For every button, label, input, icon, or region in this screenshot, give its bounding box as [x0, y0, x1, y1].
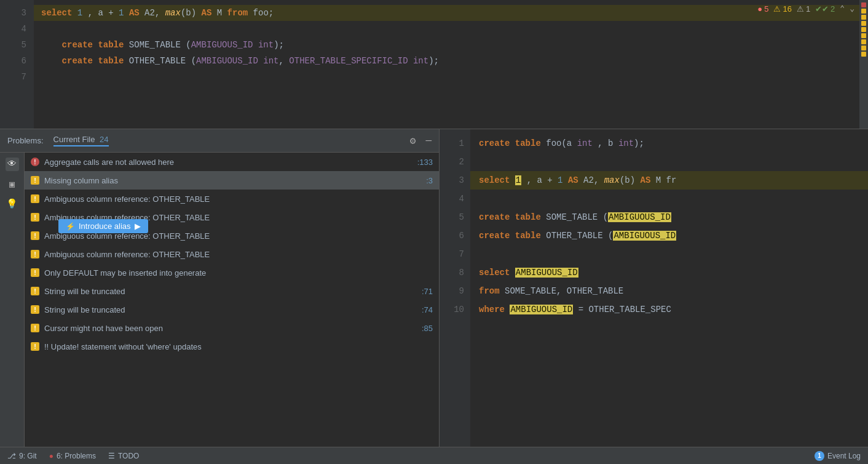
chevron-up-button[interactable]: ⌃ [840, 4, 845, 14]
problem-item-10[interactable]: ! !! Update! statement without 'where' u… [25, 337, 439, 356]
code-line-5: create table SOME_TABLE (AMBIGUOUS_ID in… [41, 37, 852, 53]
warn-indicator-5 [861, 33, 866, 38]
current-file-tab[interactable]: Current File 24 [53, 135, 109, 146]
code-line-4 [41, 21, 852, 37]
problems-status-icon: ● [49, 452, 53, 460]
warn-icon: ⚠ [773, 4, 781, 14]
warn-icon-2: ! [31, 194, 39, 203]
problem-text-8: String will be truncated [44, 305, 417, 314]
warn-count: 16 [783, 4, 791, 14]
top-badges: ● 5 ⚠ 16 ⚠ 1 ✔✔ 2 ⌃ ⌄ [757, 4, 854, 14]
problem-item-0[interactable]: ! Aggregate calls are not allowed here :… [25, 153, 439, 171]
problems-list[interactable]: ! Aggregate calls are not allowed here :… [25, 153, 439, 447]
warn-icon-3: ! [31, 213, 39, 222]
panel-icon[interactable]: ▣ [6, 177, 19, 191]
warn-indicator-1 [861, 9, 866, 14]
right-code-line-7 [479, 245, 859, 263]
todo-icon: ☰ [108, 452, 115, 460]
tab-label: Current File [53, 135, 95, 144]
main-area: Problems: Current File 24 ⚙ — 👁 ▣ 💡 ! Ag… [0, 129, 868, 447]
right-code-line-4 [479, 190, 859, 208]
bulb-icon[interactable]: 💡 [6, 197, 19, 210]
right-code-line-3: select 1 , a + 1 AS A2, max(b) AS M fr [470, 171, 868, 190]
code-line-3: select 1 , a + 1 AS A2, max(b) AS M from… [34, 5, 859, 21]
problem-text-6: Only DEFAULT may be inserted into genera… [44, 268, 433, 278]
problem-text-1: Missing column alias [44, 176, 421, 185]
code-area-top[interactable]: select 1 , a + 1 AS A2, max(b) AS M from… [34, 0, 859, 129]
problems-body: 👁 ▣ 💡 ! Aggregate calls are not allowed … [0, 153, 439, 447]
problem-item-2[interactable]: ! Ambiguous column reference: OTHER_TABL… [25, 190, 439, 208]
event-log-status-item[interactable]: 1 Event Log [815, 451, 861, 461]
code-panel: 1 2 3 4 5 6 7 8 9 10 create table foo(a … [440, 129, 868, 447]
error-badge: ● 5 [757, 4, 768, 14]
problems-panel: Problems: Current File 24 ⚙ — 👁 ▣ 💡 ! Ag… [0, 129, 440, 447]
code-area-right[interactable]: create table foo(a int , b int); select … [470, 129, 868, 447]
problem-text-9: Cursor might not have been open [44, 324, 417, 333]
close-icon[interactable]: — [425, 135, 432, 146]
problems-title: Problems: [7, 136, 44, 145]
problem-item-6[interactable]: ! Only DEFAULT may be inserted into gene… [25, 263, 439, 282]
code-line-6: create table OTHER_TABLE (AMBIGUOUS_ID i… [41, 53, 852, 69]
warn-icon-1: ! [31, 176, 39, 185]
info-count: 1 [806, 4, 810, 14]
error-indicator [861, 2, 866, 7]
event-log-badge: 1 [815, 451, 824, 461]
problems-status-item[interactable]: ● 6: Problems [49, 452, 96, 460]
line-numbers-right: 1 2 3 4 5 6 7 8 9 10 [440, 129, 470, 447]
settings-icon[interactable]: ⚙ [410, 135, 416, 147]
right-code-line-8: select AMBIGUOUS_ID [479, 263, 859, 282]
code-line-7 [41, 69, 852, 85]
line-numbers-top: 3 4 5 6 7 [0, 0, 34, 129]
right-code-line-6: create table OTHER_TABLE (AMBIGUOUS_ID [479, 226, 859, 245]
warn-icon-9: ! [31, 324, 39, 332]
check-icon: ✔✔ [815, 4, 829, 14]
problem-item-7[interactable]: ! String will be truncated :71 [25, 282, 439, 300]
problem-item-8[interactable]: ! String will be truncated :74 [25, 300, 439, 319]
warn-indicator-6 [861, 39, 866, 44]
check-badge: ✔✔ 2 [815, 4, 835, 14]
tab-count: 24 [100, 135, 108, 144]
right-code-line-10: where AMBIGUOUS_ID = OTHER_TABLE_SPEC [479, 300, 859, 319]
error-icon: ● [757, 4, 762, 14]
warn-indicator-8 [861, 52, 866, 57]
warn-icon-7: ! [31, 287, 39, 295]
warn-icon-8: ! [31, 305, 39, 314]
warn-icon-6: ! [31, 268, 39, 277]
right-code-line-2 [479, 153, 859, 171]
status-bar: ⎇ 9: Git ● 6: Problems ☰ TODO 1 Event Lo… [0, 447, 868, 464]
todo-status-item[interactable]: ☰ TODO [108, 452, 139, 460]
problem-line-7: :71 [422, 287, 433, 296]
submenu-arrow-icon: ▶ [135, 222, 141, 231]
warn-indicator-2 [861, 15, 866, 20]
git-label: 9: Git [19, 452, 37, 460]
todo-label: TODO [118, 452, 139, 460]
scroll-indicators [859, 0, 868, 129]
problems-status-label: 6: Problems [57, 452, 96, 460]
right-code-line-9: from SOME_TABLE, OTHER_TABLE [479, 282, 859, 300]
right-code-line-1: create table foo(a int , b int); [479, 134, 859, 153]
problem-text-0: Aggregate calls are not allowed here [44, 158, 412, 167]
problem-item-9[interactable]: ! Cursor might not have been open :85 [25, 319, 439, 337]
warn-icon-4: ! [31, 231, 39, 240]
chevron-down-button[interactable]: ⌄ [850, 4, 854, 14]
problem-line-1: :3 [426, 176, 433, 185]
editor-top: 3 4 5 6 7 select 1 , a + 1 AS A2, max(b)… [0, 0, 868, 129]
error-icon-0: ! [31, 158, 39, 166]
introduce-alias-tooltip[interactable]: Introduce alias ▶ [58, 219, 148, 233]
eye-icon[interactable]: 👁 [6, 158, 19, 171]
warn-icon-5: ! [31, 250, 39, 258]
icon-bar: 👁 ▣ 💡 [0, 153, 25, 447]
problem-line-8: :74 [422, 305, 433, 314]
problem-line-9: :85 [422, 324, 433, 333]
info-badge: ⚠ 1 [797, 4, 810, 14]
problem-item-5[interactable]: ! Ambiguous column reference: OTHER_TABL… [25, 245, 439, 263]
git-status-item[interactable]: ⎇ 9: Git [7, 452, 37, 460]
right-code-line-5: create table SOME_TABLE (AMBIGUOUS_ID [479, 208, 859, 226]
problem-text-7: String will be truncated [44, 287, 417, 296]
warn-indicator-7 [861, 46, 866, 50]
problems-header: Problems: Current File 24 ⚙ — [0, 129, 439, 153]
warn-badge: ⚠ 16 [773, 4, 791, 14]
check-count: 2 [831, 4, 835, 14]
problem-item-1[interactable]: ! Missing column alias :3 [25, 171, 439, 190]
info-icon: ⚠ [797, 4, 804, 14]
